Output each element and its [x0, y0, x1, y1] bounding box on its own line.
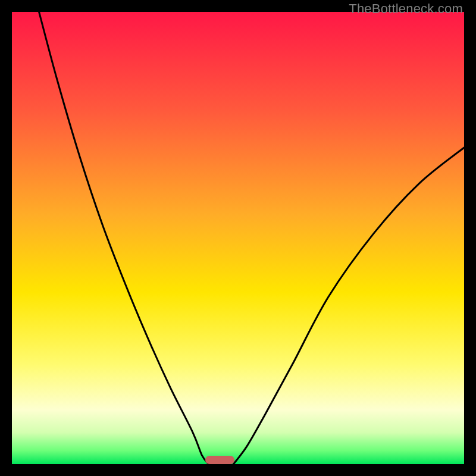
watermark-label: TheBottleneck.com: [349, 1, 463, 17]
minimum-marker: [205, 456, 234, 464]
plot-area: [12, 12, 464, 464]
bottleneck-curve: [12, 12, 464, 464]
chart-frame: TheBottleneck.com: [0, 0, 476, 476]
